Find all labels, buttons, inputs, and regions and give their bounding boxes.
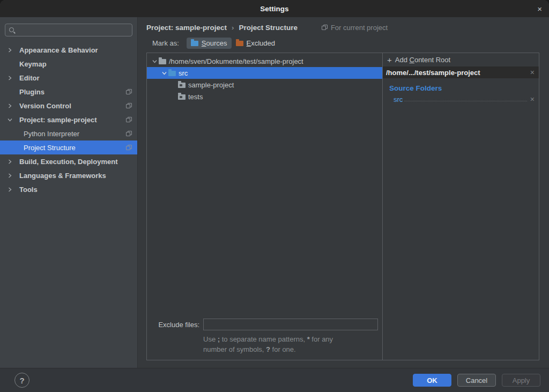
- tree-row-tests[interactable]: tests: [147, 91, 382, 102]
- cancel-button[interactable]: Cancel: [457, 374, 496, 387]
- sidebar-item-plugins[interactable]: Plugins: [0, 85, 137, 99]
- content-root-tree-pane: /home/sven/Dokumente/test/sample-project…: [147, 53, 382, 360]
- search-field[interactable]: [5, 24, 132, 36]
- chevron-right-icon[interactable]: [8, 173, 19, 178]
- chevron-down-icon[interactable]: [150, 59, 159, 64]
- ok-button[interactable]: OK: [413, 374, 451, 387]
- folder-icon: [178, 83, 186, 88]
- settings-content: Project: sample-project › Project Struct…: [138, 17, 549, 368]
- breadcrumb-page: Project Structure: [239, 24, 298, 32]
- sidebar-item-appearance-behavior[interactable]: Appearance & Behavior: [0, 43, 137, 57]
- settings-sidebar: Appearance & Behavior Keymap Editor Plug…: [0, 17, 138, 368]
- exclude-files-label: Exclude files:: [152, 321, 199, 329]
- apply-button[interactable]: Apply: [502, 374, 540, 387]
- title-bar: Settings ×: [0, 0, 549, 17]
- sidebar-item-build-execution-deployment[interactable]: Build, Execution, Deployment: [0, 154, 137, 168]
- sidebar-item-project-structure[interactable]: Project Structure: [0, 140, 137, 154]
- scope-note: For current project: [322, 24, 388, 32]
- dialog-title: Settings: [260, 5, 288, 13]
- chevron-down-icon[interactable]: [160, 71, 168, 76]
- source-folder-item[interactable]: src ×: [394, 94, 535, 105]
- sidebar-item-project[interactable]: Project: sample-project: [0, 113, 137, 127]
- mark-as-label: Mark as:: [152, 39, 179, 47]
- chevron-right-icon[interactable]: [8, 103, 19, 108]
- chevron-right-icon[interactable]: [8, 76, 19, 80]
- close-icon[interactable]: ×: [535, 0, 544, 17]
- directory-tree: /home/sven/Dokumente/test/sample-project…: [147, 53, 382, 102]
- content-root-path: /home/.../test/sample-project: [386, 69, 530, 77]
- exclude-files-section: Exclude files: Use ; to separate name pa…: [147, 319, 382, 360]
- source-folders-title: Source Folders: [389, 84, 539, 92]
- sidebar-item-tools[interactable]: Tools: [0, 182, 137, 196]
- settings-dialog: Settings × Appearance & Behavior Keymap: [0, 0, 549, 392]
- per-project-settings-icon: [126, 103, 132, 108]
- plus-icon: +: [387, 56, 392, 64]
- tree-row-src[interactable]: src: [147, 67, 382, 79]
- exclude-files-hint: Use ; to separate name patterns, * for a…: [203, 334, 378, 354]
- mark-sources-button[interactable]: Sources: [187, 38, 232, 49]
- source-folder-icon: [191, 41, 198, 46]
- per-project-settings-icon: [322, 25, 328, 30]
- content-roots-pane: + Add Content Root /home/.../test/sample…: [382, 53, 539, 360]
- search-icon: [9, 27, 16, 34]
- dotted-leader: [404, 101, 526, 101]
- project-structure-panel: /home/sven/Dokumente/test/sample-project…: [146, 53, 539, 360]
- chevron-right-icon[interactable]: [8, 187, 19, 192]
- source-folder-icon: [168, 71, 176, 76]
- breadcrumb: Project: sample-project › Project Struct…: [146, 20, 539, 34]
- per-project-settings-icon: [126, 117, 132, 122]
- sidebar-item-editor[interactable]: Editor: [0, 71, 137, 85]
- settings-nav: Appearance & Behavior Keymap Editor Plug…: [0, 43, 137, 196]
- dialog-footer: ? OK Cancel Apply: [0, 368, 549, 392]
- search-input[interactable]: [18, 26, 129, 35]
- sidebar-item-python-interpreter[interactable]: Python Interpreter: [0, 127, 137, 140]
- sidebar-item-languages-frameworks[interactable]: Languages & Frameworks: [0, 168, 137, 182]
- sidebar-item-version-control[interactable]: Version Control: [0, 99, 137, 113]
- tree-row-sample-project[interactable]: sample-project: [147, 79, 382, 91]
- per-project-settings-icon: [126, 131, 132, 136]
- breadcrumb-separator-icon: ›: [232, 24, 234, 32]
- add-content-root-button[interactable]: + Add Content Root: [383, 53, 539, 66]
- per-project-settings-icon: [126, 145, 132, 150]
- chevron-right-icon[interactable]: [8, 48, 19, 53]
- folder-icon: [159, 59, 166, 64]
- chevron-right-icon[interactable]: [8, 159, 19, 164]
- sidebar-item-keymap[interactable]: Keymap: [0, 57, 137, 71]
- help-button[interactable]: ?: [14, 373, 29, 388]
- remove-content-root-icon[interactable]: ×: [530, 69, 535, 76]
- source-folder-link[interactable]: src: [394, 95, 403, 103]
- remove-source-folder-icon[interactable]: ×: [530, 95, 535, 103]
- per-project-settings-icon: [126, 89, 132, 94]
- chevron-down-icon[interactable]: [8, 117, 19, 122]
- mark-as-toolbar: Mark as: Sources Excluded: [152, 34, 539, 51]
- excluded-folder-icon: [236, 41, 243, 46]
- exclude-files-input[interactable]: [203, 319, 378, 330]
- tree-row-root[interactable]: /home/sven/Dokumente/test/sample-project: [147, 55, 382, 67]
- content-root-item[interactable]: /home/.../test/sample-project ×: [383, 66, 539, 78]
- breadcrumb-project[interactable]: Project: sample-project: [146, 24, 227, 32]
- folder-icon: [178, 94, 186, 100]
- mark-excluded-button[interactable]: Excluded: [232, 38, 279, 49]
